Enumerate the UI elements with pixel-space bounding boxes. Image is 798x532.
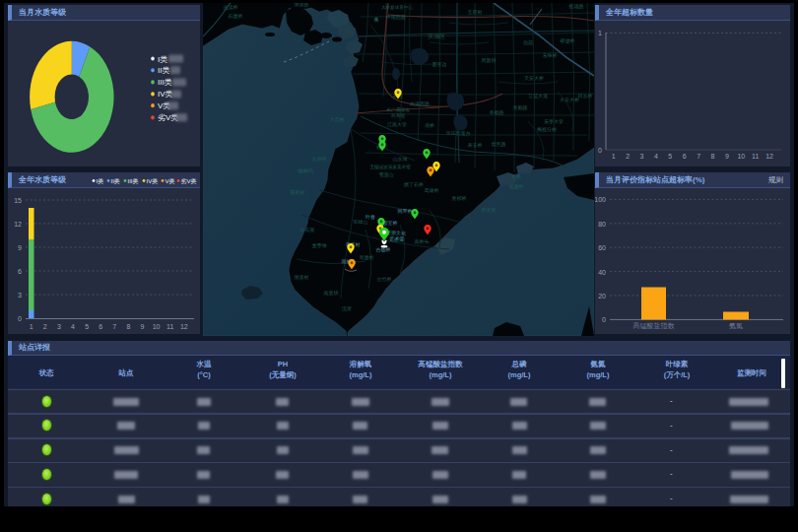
svg-text:同琴桥: 同琴桥	[398, 208, 413, 214]
svg-text:滨湖区: 滨湖区	[428, 33, 445, 39]
svg-text:3: 3	[18, 292, 22, 299]
svg-text:40: 40	[598, 269, 606, 276]
svg-text:长广溪湿地: 长广溪湿地	[387, 106, 410, 112]
svg-text:东亭大学: 东亭大学	[544, 118, 564, 124]
svg-text:坊前: 坊前	[523, 39, 533, 46]
svg-text:7: 7	[697, 153, 700, 160]
svg-text:立信大道: 立信大道	[528, 93, 548, 100]
svg-text:80: 80	[598, 221, 606, 228]
svg-text:太湖镇: 太湖镇	[312, 156, 327, 162]
svg-text:周新镇: 周新镇	[482, 57, 497, 63]
svg-text:3: 3	[57, 323, 61, 330]
svg-text:1: 1	[30, 323, 33, 330]
svg-text:II类: II类	[158, 66, 169, 75]
svg-text:葛埭桥: 葛埭桥	[425, 187, 439, 193]
svg-text:那宝桥: 那宝桥	[383, 220, 398, 227]
svg-text:吴都路: 吴都路	[513, 104, 528, 111]
svg-text:2: 2	[43, 323, 47, 330]
svg-text:薛家里: 薛家里	[482, 207, 497, 213]
svg-text:五星村: 五星村	[468, 9, 483, 16]
svg-text:12: 12	[180, 323, 188, 330]
svg-text:V类: V类	[166, 178, 175, 184]
svg-text:2: 2	[626, 153, 630, 160]
svg-text:11: 11	[752, 153, 759, 160]
svg-text:东绛桥: 东绛桥	[543, 52, 558, 58]
svg-text:10: 10	[737, 153, 745, 160]
svg-text:高锰酸盐指数: 高锰酸盐指数	[633, 322, 676, 330]
svg-text:杨梅坞: 杨梅坞	[298, 167, 313, 174]
svg-text:机场路: 机场路	[569, 3, 584, 10]
svg-text:III类: III类	[158, 78, 172, 87]
svg-text:5: 5	[668, 153, 672, 160]
svg-text:9: 9	[141, 323, 145, 330]
svg-text:11: 11	[166, 323, 173, 330]
svg-text:艺术荟: 艺术荟	[390, 235, 405, 241]
svg-text:浅渎桥: 浅渎桥	[224, 4, 238, 11]
svg-text:0: 0	[18, 315, 22, 322]
svg-text:白石里: 白石里	[300, 227, 315, 233]
svg-text:20: 20	[598, 293, 606, 299]
svg-text:12: 12	[14, 221, 22, 228]
svg-text:60: 60	[598, 244, 606, 251]
svg-text:高浪西路: 高浪西路	[410, 100, 430, 107]
svg-text:10: 10	[153, 323, 161, 330]
svg-text:梅祝分校: 梅祝分校	[537, 126, 557, 133]
svg-text:大浮村: 大浮村	[330, 116, 345, 123]
svg-text:吴都路: 吴都路	[490, 109, 504, 116]
svg-text:奥体路: 奥体路	[373, 13, 379, 23]
svg-text:4: 4	[71, 323, 75, 330]
svg-text:0: 0	[598, 147, 602, 154]
svg-text:科普馆: 科普馆	[391, 113, 405, 119]
svg-text:雪浪山: 雪浪山	[379, 171, 394, 178]
svg-text:山水城: 山水城	[393, 156, 408, 162]
svg-text:0: 0	[602, 316, 606, 323]
svg-text:III类: III类	[128, 178, 139, 184]
svg-text:8: 8	[711, 153, 715, 160]
svg-text:大桥新体育中心: 大桥新体育中心	[381, 5, 414, 10]
svg-text:绣丁石桥: 绣丁石桥	[404, 181, 424, 188]
svg-text:6: 6	[18, 268, 22, 275]
svg-text:II类: II类	[111, 178, 120, 184]
svg-text:南泉镇: 南泉镇	[324, 290, 339, 296]
svg-text:中南西路: 中南西路	[386, 14, 406, 21]
svg-text:天安大桥: 天安大桥	[524, 75, 544, 81]
svg-text:8: 8	[126, 323, 130, 330]
svg-text:5: 5	[85, 323, 89, 330]
svg-text:叶春: 叶春	[366, 214, 375, 220]
svg-text:12: 12	[765, 153, 773, 160]
svg-text:IV类: IV类	[158, 90, 173, 99]
svg-text:I类: I类	[158, 55, 167, 64]
svg-text:9: 9	[725, 153, 729, 160]
svg-text:江南大学: 江南大学	[387, 121, 407, 128]
svg-text:硕放桥: 硕放桥	[560, 37, 575, 44]
svg-text:劣V类: 劣V类	[181, 178, 197, 185]
svg-text:1: 1	[612, 153, 616, 160]
svg-text:古竹桥: 古竹桥	[377, 276, 392, 282]
svg-text:100: 100	[595, 196, 606, 203]
svg-text:无锡绿波温泉美术馆: 无锡绿波温泉美术馆	[369, 164, 411, 170]
svg-text:渔港村: 渔港村	[295, 274, 309, 281]
svg-text:沈家: 沈家	[342, 305, 352, 312]
svg-text:寿安桥: 寿安桥	[468, 142, 483, 148]
svg-text:9: 9	[18, 244, 22, 251]
svg-text:石塘桥: 石塘桥	[229, 13, 243, 20]
svg-text:I类: I类	[97, 178, 104, 184]
svg-text:3: 3	[640, 153, 644, 160]
svg-text:7: 7	[112, 323, 116, 330]
svg-text:6: 6	[683, 153, 687, 160]
svg-text:吴塘村: 吴塘村	[360, 254, 374, 261]
svg-text:青祁桥: 青祁桥	[452, 195, 467, 201]
svg-text:庙桥: 庙桥	[425, 122, 434, 128]
svg-text:重桥村: 重桥村	[291, 189, 305, 196]
svg-text:华庄街道办: 华庄街道办	[446, 130, 471, 137]
svg-text:6: 6	[99, 323, 102, 330]
svg-text:IV类: IV类	[147, 178, 159, 184]
svg-text:贡区路: 贡区路	[492, 141, 506, 147]
svg-text:祝塘桥: 祝塘桥	[509, 183, 524, 190]
svg-text:龙寺坳: 龙寺坳	[312, 242, 327, 248]
svg-text:15: 15	[14, 197, 22, 204]
svg-text:鱼桥: 鱼桥	[511, 173, 521, 179]
svg-text:氨氮: 氨氮	[729, 322, 743, 330]
svg-text:4: 4	[654, 153, 658, 160]
svg-text:1: 1	[598, 30, 602, 36]
